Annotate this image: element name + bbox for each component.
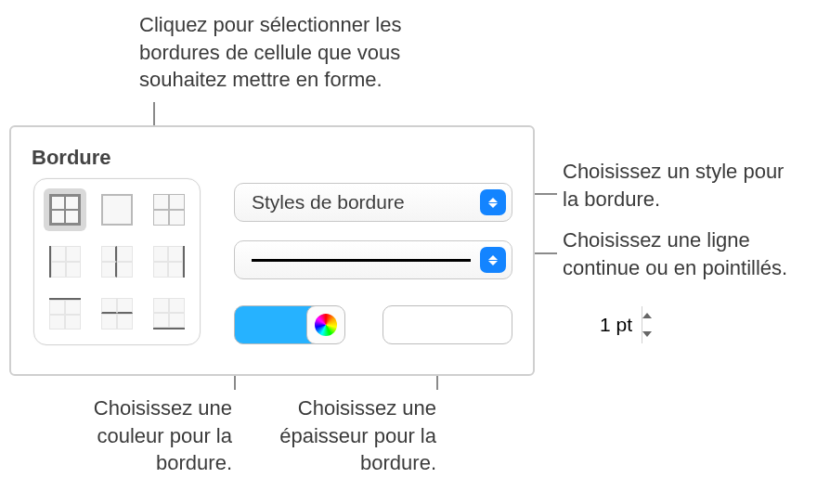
border-cell-inner[interactable] bbox=[148, 188, 190, 231]
border-cell-vert[interactable] bbox=[96, 240, 138, 283]
callout-picker: Cliquez pour sélectionner les bordures d… bbox=[139, 11, 483, 94]
border-cell-right[interactable] bbox=[148, 240, 190, 283]
thickness-input[interactable] bbox=[383, 306, 642, 343]
chevron-updown-icon bbox=[480, 189, 506, 215]
border-cell-horiz[interactable] bbox=[96, 292, 138, 335]
border-style-label: Styles de bordure bbox=[252, 191, 480, 213]
callout-line: Choisissez une ligne continue ou en poin… bbox=[563, 226, 795, 281]
border-picker bbox=[33, 178, 201, 345]
line-preview bbox=[252, 259, 471, 262]
thickness-up-button[interactable] bbox=[642, 306, 652, 325]
panel-title: Bordure bbox=[32, 146, 111, 170]
color-wheel-icon bbox=[315, 314, 337, 336]
color-wheel-button[interactable] bbox=[306, 305, 345, 344]
border-thickness-stepper[interactable] bbox=[383, 305, 512, 344]
thickness-spin bbox=[642, 306, 652, 343]
border-panel: Bordure Styles de bordure bbox=[9, 125, 535, 376]
callout-thickness: Choisissez une épaisseur pour la bordure… bbox=[251, 394, 436, 477]
callout-style: Choisissez un style pour la bordure. bbox=[563, 158, 795, 213]
chevron-updown-icon bbox=[480, 247, 506, 273]
thickness-down-button[interactable] bbox=[642, 325, 652, 343]
border-cell-all[interactable] bbox=[44, 188, 86, 231]
line-style-dropdown[interactable] bbox=[234, 240, 512, 279]
border-cell-top[interactable] bbox=[44, 292, 86, 335]
border-cell-left[interactable] bbox=[44, 240, 86, 283]
callout-color: Choisissez une couleur pour la bordure. bbox=[56, 394, 232, 477]
border-style-dropdown[interactable]: Styles de bordure bbox=[234, 183, 512, 222]
border-cell-bottom[interactable] bbox=[148, 292, 190, 335]
border-cell-outer[interactable] bbox=[96, 188, 138, 231]
